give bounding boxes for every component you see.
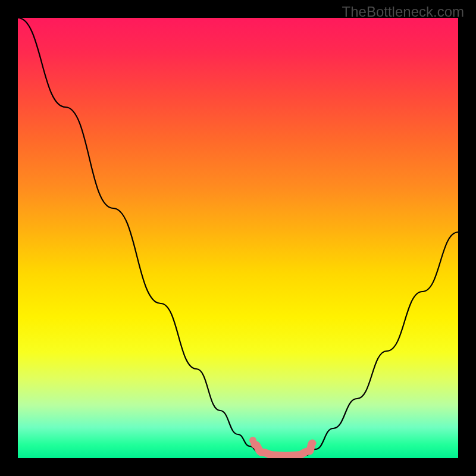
watermark-text: TheBottleneck.com — [342, 4, 464, 20]
curve-right — [306, 232, 458, 455]
basin-mask — [255, 443, 312, 456]
plot-area — [18, 18, 458, 458]
curve-left — [18, 18, 265, 455]
marker-dot — [249, 437, 256, 444]
chart-svg — [18, 18, 458, 458]
